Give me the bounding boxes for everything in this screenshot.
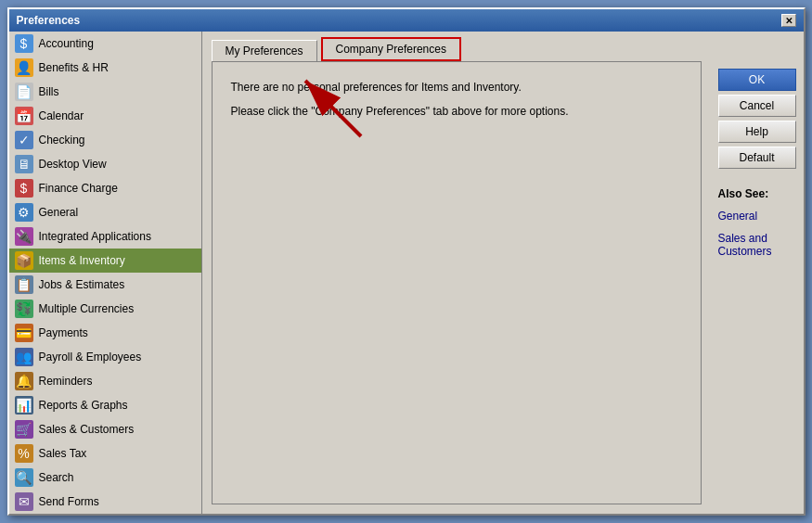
benefits-icon: 👤 [15, 58, 33, 77]
reports-icon: 📊 [15, 396, 33, 415]
content-line2: Please click the "Company Preferences" t… [231, 105, 682, 118]
sidebar-item-payments[interactable]: 💳 Payments [9, 321, 201, 345]
default-button[interactable]: Default [718, 147, 796, 169]
items-icon: 📦 [15, 251, 33, 270]
salestax-icon: % [15, 444, 33, 463]
sidebar-label-multiple-currencies: Multiple Currencies [39, 302, 135, 315]
sidebar-label-search: Search [39, 471, 74, 484]
sidebar-item-sales-customers[interactable]: 🛒 Sales & Customers [9, 417, 201, 441]
sidebar-label-bills: Bills [39, 85, 59, 98]
calendar-icon: 📅 [15, 107, 33, 125]
sidebar-item-calendar[interactable]: 📅 Calendar [9, 104, 201, 128]
ok-button[interactable]: OK [718, 69, 796, 91]
sales-icon: 🛒 [15, 420, 33, 439]
sidebar-label-payroll-employees: Payroll & Employees [39, 351, 142, 364]
dialog-title: Preferences [17, 14, 81, 27]
sidebar-item-finance-charge[interactable]: $ Finance Charge [9, 176, 201, 200]
sidebar-item-sales-tax[interactable]: % Sales Tax [9, 441, 201, 466]
sidebar-label-send-forms: Send Forms [39, 495, 99, 508]
sidebar-item-integrated-apps[interactable]: 🔌 Integrated Applications [9, 224, 201, 249]
right-panel: OK Cancel Help Default Also See: General… [711, 61, 804, 514]
search-icon: 🔍 [15, 468, 33, 487]
sidebar-item-multiple-currencies[interactable]: 💱 Multiple Currencies [9, 297, 201, 321]
also-see-general[interactable]: General [718, 210, 796, 223]
dialog-body: $ Accounting 👤 Benefits & HR 📄 Bills 📅 C… [9, 32, 804, 514]
sidebar-label-sales-customers: Sales & Customers [39, 423, 135, 436]
sidebar-label-sales-tax: Sales Tax [39, 447, 87, 460]
sidebar-item-send-forms[interactable]: ✉ Send Forms [9, 490, 201, 514]
sidebar-label-calendar: Calendar [39, 109, 84, 122]
sidebar-item-jobs-estimates[interactable]: 📋 Jobs & Estimates [9, 273, 201, 297]
finance-icon: $ [15, 179, 33, 198]
also-see-sales-customers[interactable]: Sales and Customers [718, 232, 796, 258]
sidebar-label-desktop-view: Desktop View [39, 158, 107, 171]
integrated-icon: 🔌 [15, 227, 33, 246]
close-button[interactable]: ✕ [781, 14, 796, 27]
sidebar-label-payments: Payments [39, 326, 88, 339]
sidebar-label-general: General [39, 206, 79, 219]
sidebar-item-search[interactable]: 🔍 Search [9, 466, 201, 490]
sidebar-label-integrated-apps: Integrated Applications [39, 230, 151, 243]
sidebar-item-items-inventory[interactable]: 📦 Items & Inventory [9, 249, 201, 273]
sidebar-item-accounting[interactable]: $ Accounting [9, 32, 201, 56]
payroll-icon: 👥 [15, 348, 33, 366]
help-button[interactable]: Help [718, 121, 796, 143]
accounting-icon: $ [15, 34, 33, 53]
also-see-heading: Also See: [718, 187, 796, 200]
bills-icon: 📄 [15, 83, 33, 101]
tab-my-preferences[interactable]: My Preferences [212, 40, 317, 61]
sidebar-label-benefits-hr: Benefits & HR [39, 61, 109, 74]
content-line1: There are no personal preferences for It… [231, 81, 682, 94]
sidebar-item-checking[interactable]: ✓ Checking [9, 128, 201, 152]
checking-icon: ✓ [15, 131, 33, 149]
sidebar-item-bills[interactable]: 📄 Bills [9, 80, 201, 104]
sidebar-label-checking: Checking [39, 134, 85, 147]
content-area: There are no personal preferences for It… [212, 61, 702, 504]
sidebar-label-reports-graphs: Reports & Graphs [39, 399, 128, 412]
sidebar-label-items-inventory: Items & Inventory [39, 254, 125, 267]
sendforms-icon: ✉ [15, 492, 33, 511]
currencies-icon: 💱 [15, 300, 33, 318]
tabs-bar: My Preferences Company Preferences [202, 32, 804, 61]
sidebar-item-general[interactable]: ⚙ General [9, 200, 201, 224]
sidebar-label-jobs-estimates: Jobs & Estimates [39, 278, 125, 291]
title-bar: Preferences ✕ [9, 9, 804, 32]
general-icon: ⚙ [15, 203, 33, 222]
sidebar-label-finance-charge: Finance Charge [39, 182, 118, 195]
payments-icon: 💳 [15, 324, 33, 342]
jobs-icon: 📋 [15, 275, 33, 294]
sidebar-item-desktop-view[interactable]: 🖥 Desktop View [9, 152, 201, 176]
sidebar-item-reports-graphs[interactable]: 📊 Reports & Graphs [9, 393, 201, 417]
tab-company-preferences[interactable]: Company Preferences [321, 37, 461, 61]
sidebar-item-benefits-hr[interactable]: 👤 Benefits & HR [9, 56, 201, 80]
cancel-button[interactable]: Cancel [718, 95, 796, 117]
sidebar-item-payroll-employees[interactable]: 👥 Payroll & Employees [9, 345, 201, 369]
sidebar-scroll[interactable]: $ Accounting 👤 Benefits & HR 📄 Bills 📅 C… [9, 32, 201, 514]
preferences-dialog: Preferences ✕ $ Accounting 👤 Benefits & … [7, 7, 806, 516]
sidebar-label-accounting: Accounting [39, 37, 94, 50]
sidebar: $ Accounting 👤 Benefits & HR 📄 Bills 📅 C… [9, 32, 202, 514]
sidebar-item-reminders[interactable]: 🔔 Reminders [9, 369, 201, 393]
reminders-icon: 🔔 [15, 372, 33, 390]
sidebar-label-reminders: Reminders [39, 375, 93, 388]
desktop-icon: 🖥 [15, 155, 33, 173]
